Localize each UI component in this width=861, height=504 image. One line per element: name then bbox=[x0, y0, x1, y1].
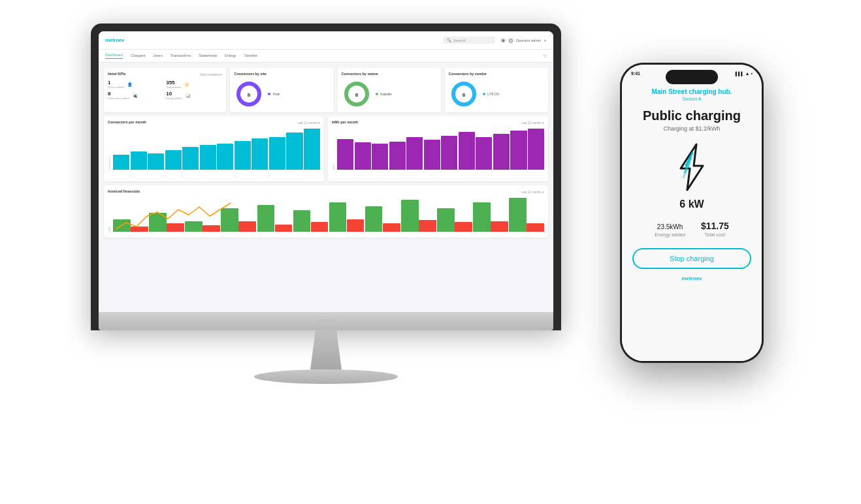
bar-group-kwh bbox=[337, 129, 544, 170]
energy-unit: kWh bbox=[670, 223, 683, 230]
connectors-chart-title: Connectors per month bbox=[108, 120, 146, 124]
monitor-outer: metroev 🔍 Search ⚙ ◯ Operator admin ▼ bbox=[91, 24, 561, 330]
stat-cost: $11.75 Total cost bbox=[701, 221, 729, 238]
energy-number: 23.5 bbox=[657, 223, 670, 230]
nav-transactions[interactable]: Transactions bbox=[171, 54, 191, 59]
kpi-connectors: 8 Connectors added 🔌 bbox=[108, 91, 164, 100]
drivers-label: Drivers added bbox=[108, 86, 124, 89]
phone-body: 9:41 ▌▌▌ ▲ ▪ Main Street charging hub. S… bbox=[620, 63, 764, 363]
nav-energy[interactable]: Energy bbox=[225, 54, 236, 59]
connectors-site-title: Connectors by site bbox=[234, 72, 329, 76]
phone-socket: Socket A bbox=[682, 96, 702, 102]
nav-dashboard[interactable]: Dashboard bbox=[105, 53, 123, 59]
kwh-chart-period[interactable]: Last 12 months ▾ bbox=[521, 121, 544, 125]
fin-bar-r9 bbox=[419, 220, 436, 232]
bar-3 bbox=[148, 153, 164, 170]
connectors-vendor-card: Connectors by vendor 8 bbox=[445, 68, 548, 112]
kpi-energy: 10 Energy (kWh) 📊 bbox=[166, 91, 222, 100]
since-label[interactable]: Since inception ▾ bbox=[200, 73, 223, 76]
app-logo: metroev bbox=[105, 37, 124, 43]
bar-group-11 bbox=[473, 198, 508, 232]
chevron-down-icon: ▼ bbox=[544, 39, 547, 42]
kpi-grid: 1 Drivers added 👤 355 Transaction bbox=[108, 80, 222, 100]
connectors-site-card: Connectors by site 8 Ho bbox=[230, 68, 333, 112]
monitor-camera bbox=[316, 320, 336, 323]
financial-chart-period[interactable]: Last 12 months ▾ bbox=[521, 191, 544, 194]
svg-text:8: 8 bbox=[355, 92, 358, 98]
dashboard: metroev 🔍 Search ⚙ ◯ Operator admin ▼ bbox=[99, 31, 553, 312]
stat-energy: 23.5kWh Energy added bbox=[655, 221, 685, 238]
search-icon: 🔍 bbox=[447, 38, 451, 42]
fin-bar-g2 bbox=[149, 213, 167, 232]
phone-kw: 6 kW bbox=[679, 198, 704, 210]
bar-group-8 bbox=[365, 198, 400, 232]
phone-title: Public charging bbox=[643, 108, 741, 123]
bar-9 bbox=[252, 138, 268, 170]
bar-group-3 bbox=[185, 198, 220, 232]
connectors-value: 8 bbox=[108, 91, 129, 97]
phone: 9:41 ▌▌▌ ▲ ▪ Main Street charging hub. S… bbox=[620, 63, 764, 363]
phone-content: Main Street charging hub. Socket A Publi… bbox=[622, 88, 762, 361]
fin-bar-r2 bbox=[167, 223, 184, 232]
bar-8 bbox=[235, 141, 251, 170]
connectors-chart-card: Connectors per month Last 12 months ▾ Co… bbox=[104, 116, 324, 181]
fin-bar-r6 bbox=[311, 222, 329, 232]
phone-logo: metroev bbox=[681, 276, 702, 281]
financial-chart-title: Invoiced financials bbox=[108, 189, 140, 193]
kwh-bar-8 bbox=[459, 132, 475, 170]
energy-icon: 📊 bbox=[186, 93, 191, 98]
fin-bar-r12 bbox=[527, 223, 544, 232]
fin-bar-g11 bbox=[473, 202, 491, 232]
donut-site-svg: 8 bbox=[234, 79, 264, 109]
nav-statements[interactable]: Statements bbox=[199, 54, 217, 59]
nav-users[interactable]: Users bbox=[154, 54, 163, 59]
bar-group-1 bbox=[113, 198, 148, 232]
transactions-label: Transactions bbox=[166, 86, 181, 89]
settings-icon[interactable]: ⚙ bbox=[500, 38, 506, 43]
bar-group-4 bbox=[221, 198, 256, 232]
bar-1 bbox=[113, 155, 129, 170]
kwh-bar-chart: kWh bbox=[332, 129, 544, 171]
bar-group-connectors bbox=[113, 129, 320, 170]
phone-status-right: ▌▌▌ ▲ ▪ bbox=[736, 71, 753, 76]
nav-bar: Dashboard Chargers Users Transactions St… bbox=[99, 50, 553, 63]
nav-timeline[interactable]: Timeline bbox=[244, 54, 257, 59]
bar-12 bbox=[304, 129, 320, 170]
connectors-chart-period[interactable]: Last 12 months ▾ bbox=[297, 121, 320, 125]
fin-bar-g10 bbox=[437, 208, 455, 232]
financial-chart-card: Invoiced financials Last 12 months ▾ CAD bbox=[104, 185, 548, 238]
cost-stat-value: $11.75 bbox=[701, 221, 729, 231]
kwh-bar-7 bbox=[441, 136, 457, 170]
connectors-status-chart: 8 Available bbox=[342, 78, 437, 110]
phone-notch-area: 9:41 ▌▌▌ ▲ ▪ bbox=[622, 65, 762, 88]
donut-vendor-svg: 8 bbox=[449, 79, 479, 109]
search-placeholder: Search bbox=[453, 39, 466, 42]
vendor-legend-label: LITE-ON bbox=[487, 93, 499, 96]
user-icon[interactable]: ◯ bbox=[508, 38, 513, 43]
fin-bar-g12 bbox=[509, 198, 527, 232]
kwh-chart-header: kWh per month Last 12 months ▾ bbox=[332, 120, 544, 126]
drivers-icon: 👤 bbox=[127, 82, 133, 87]
stop-charging-button[interactable]: Stop charging bbox=[632, 248, 751, 269]
logo-accent: ev bbox=[119, 37, 124, 43]
monitor-stand bbox=[91, 330, 561, 384]
fin-bar-r8 bbox=[383, 223, 400, 232]
energy-stat-value: 23.5kWh bbox=[655, 221, 685, 231]
search-bar[interactable]: 🔍 Search bbox=[443, 37, 495, 44]
refresh-icon[interactable]: ↻ bbox=[543, 54, 547, 59]
connectors-vendor-chart: 8 LITE-ON bbox=[449, 78, 544, 110]
phone-subtitle: Charging at $1.2/kWh bbox=[663, 125, 720, 132]
connectors-chart-header: Connectors per month Last 12 months ▾ bbox=[108, 120, 320, 126]
lightning-icon bbox=[669, 141, 715, 193]
energy-stat-label: Energy added bbox=[655, 232, 685, 238]
fin-bar-g4 bbox=[221, 208, 238, 232]
nav-chargers[interactable]: Chargers bbox=[131, 54, 146, 59]
kwh-bar-11 bbox=[510, 131, 527, 170]
connectors-bar-chart: Connectors bbox=[108, 129, 320, 171]
y-axis-label-fin: CAD bbox=[108, 227, 111, 232]
svg-text:8: 8 bbox=[248, 92, 251, 98]
fin-bar-r7 bbox=[347, 219, 365, 232]
signal-icon: ▌▌▌ bbox=[736, 72, 744, 76]
transactions-icon: ⚡ bbox=[184, 82, 189, 87]
connectors-status-legend: Available bbox=[376, 93, 392, 96]
